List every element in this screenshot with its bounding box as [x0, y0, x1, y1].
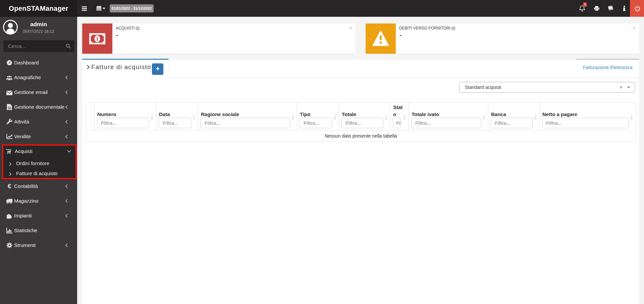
svg-text:?: ? — [453, 27, 454, 30]
svg-text:?: ? — [137, 27, 139, 30]
svg-text:1: 1 — [96, 36, 99, 42]
